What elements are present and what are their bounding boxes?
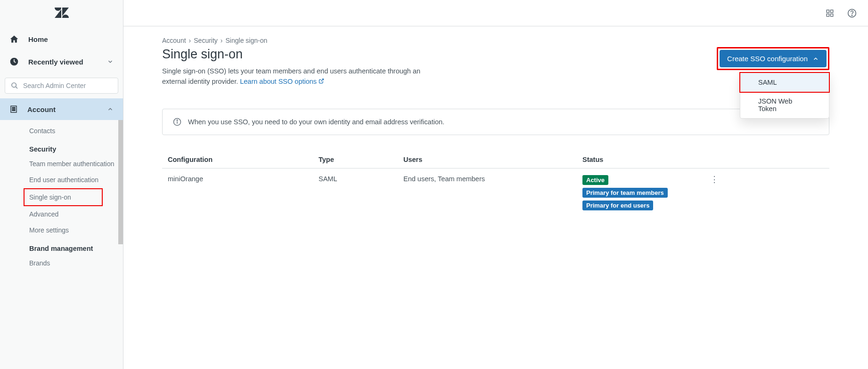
- dropdown-item-saml[interactable]: SAML: [739, 72, 830, 93]
- svg-point-17: [177, 120, 178, 120]
- sidebar-item-single-sign-on[interactable]: Single sign-on: [24, 188, 103, 206]
- logo: [0, 0, 123, 24]
- page-title: Single sign-on: [162, 47, 435, 62]
- info-icon: [173, 118, 181, 126]
- svg-rect-8: [827, 10, 829, 12]
- dropdown-item-jwt[interactable]: JSON Web Token: [740, 92, 829, 118]
- status-badge-primary-end: Primary for end users: [582, 201, 653, 210]
- building-icon: [9, 105, 18, 113]
- svg-line-14: [321, 79, 324, 81]
- chevron-right-icon: ›: [189, 37, 191, 44]
- clock-icon: [9, 57, 19, 66]
- info-banner: When you use SSO, you need to do your ow…: [162, 109, 829, 135]
- sidebar: Home Recently viewed ▲: [0, 0, 123, 369]
- col-status: Status: [582, 156, 705, 163]
- section-account-label: Account: [27, 105, 56, 113]
- learn-sso-link-label: Learn about SSO options: [240, 78, 317, 85]
- scrollbar-thumb[interactable]: [118, 98, 123, 244]
- svg-line-2: [16, 87, 17, 88]
- chevron-down-icon: [107, 58, 114, 65]
- col-users: Users: [403, 156, 582, 163]
- status-badge-active: Active: [582, 175, 608, 185]
- apps-grid-icon[interactable]: [826, 9, 834, 17]
- sidebar-section-account[interactable]: Account: [0, 98, 123, 120]
- svg-rect-10: [827, 14, 829, 16]
- svg-rect-7: [14, 110, 15, 111]
- cell-status: Active Primary for team members Primary …: [582, 175, 705, 210]
- nav-home[interactable]: Home: [5, 28, 118, 50]
- status-badge-primary-team: Primary for team members: [582, 188, 668, 198]
- col-configuration: Configuration: [168, 156, 319, 163]
- search-input[interactable]: [23, 82, 112, 89]
- breadcrumb: Account › Security › Single sign-on: [162, 37, 829, 44]
- info-text: When you use SSO, you need to do your ow…: [188, 118, 444, 126]
- zendesk-logo-icon: [55, 8, 69, 18]
- svg-point-1: [12, 83, 16, 87]
- cell-type: SAML: [319, 175, 403, 183]
- learn-sso-link[interactable]: Learn about SSO options: [240, 78, 324, 85]
- sidebar-item-end-user-auth[interactable]: End user authentication: [29, 172, 115, 188]
- col-type: Type: [319, 156, 403, 163]
- sidebar-item-contacts[interactable]: Contacts: [29, 123, 115, 139]
- chevron-up-icon: [107, 106, 114, 112]
- breadcrumb-security[interactable]: Security: [194, 37, 218, 44]
- cell-users: End users, Team members: [403, 175, 582, 183]
- nav-recent-label: Recently viewed: [28, 58, 83, 66]
- sidebar-heading-brand: Brand management: [29, 238, 115, 255]
- search-icon: [11, 82, 18, 89]
- sidebar-heading-security: Security: [29, 139, 115, 156]
- create-sso-label: Create SSO configuration: [727, 55, 808, 63]
- nav-home-label: Home: [28, 35, 48, 43]
- sso-table: Configuration Type Users Status miniOran…: [162, 151, 829, 217]
- breadcrumb-sso: Single sign-on: [226, 37, 268, 44]
- chevron-up-icon: [812, 56, 819, 62]
- svg-rect-6: [12, 110, 13, 111]
- chevron-right-icon: ›: [221, 37, 223, 44]
- help-icon[interactable]: [847, 8, 857, 18]
- nav-recently-viewed[interactable]: Recently viewed: [5, 50, 118, 73]
- create-sso-config-button[interactable]: Create SSO configuration: [720, 50, 827, 67]
- cell-config: miniOrange: [168, 175, 319, 183]
- sidebar-item-team-member-auth[interactable]: Team member authentication: [29, 156, 115, 172]
- sidebar-item-more-settings[interactable]: More settings: [29, 222, 115, 238]
- svg-rect-5: [14, 107, 15, 108]
- sidebar-item-advanced[interactable]: Advanced: [29, 206, 115, 222]
- page-subtitle: Single sign-on (SSO) lets your team memb…: [162, 66, 435, 87]
- svg-point-13: [852, 15, 852, 15]
- home-icon: [9, 34, 19, 44]
- external-link-icon: [319, 78, 324, 84]
- table-row: miniOrange SAML End users, Team members …: [162, 168, 829, 217]
- sidebar-item-brands[interactable]: Brands: [29, 255, 115, 271]
- topbar: [123, 0, 868, 26]
- search-input-wrap[interactable]: [5, 78, 118, 94]
- breadcrumb-account[interactable]: Account: [162, 37, 186, 44]
- svg-rect-4: [12, 107, 13, 108]
- svg-rect-11: [831, 14, 833, 16]
- table-header: Configuration Type Users Status: [162, 151, 829, 168]
- row-actions-menu[interactable]: ⋮: [705, 175, 724, 184]
- svg-rect-9: [831, 10, 833, 12]
- main-content: Account › Security › Single sign-on Sing…: [123, 0, 868, 369]
- create-sso-dropdown: SAML JSON Web Token: [740, 72, 829, 119]
